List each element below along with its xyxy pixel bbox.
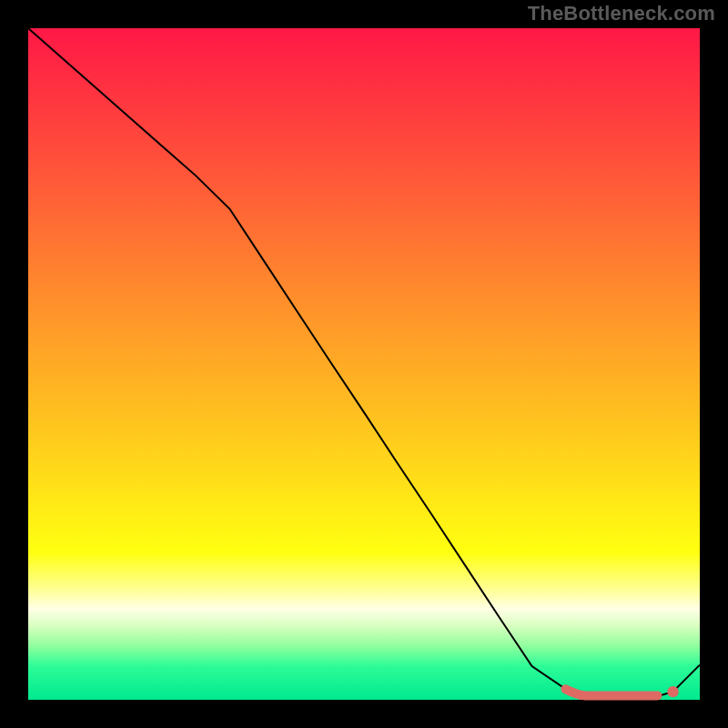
- highlight-dot: [667, 686, 678, 697]
- plot-background: [28, 28, 700, 700]
- chart-svg: [0, 0, 728, 728]
- chart-frame: TheBottleneck.com: [0, 0, 728, 728]
- attribution-text: TheBottleneck.com: [528, 2, 715, 25]
